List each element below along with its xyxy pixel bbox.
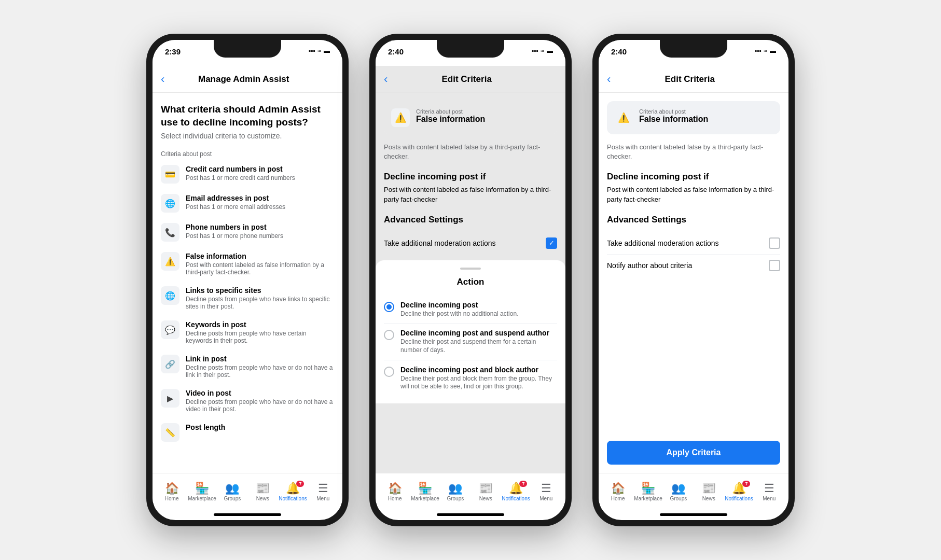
tab-marketplace-1[interactable]: 🏪 Marketplace [188, 483, 215, 501]
list-item[interactable]: ▶ Video in post Decline posts from peopl… [153, 384, 342, 418]
screen-content-1: What criteria should Admin Assist use to… [153, 93, 342, 473]
setting-row-notify[interactable]: Notify author about criteria [607, 255, 780, 276]
marketplace-icon: 🏪 [195, 483, 209, 494]
criteria-title: Keywords in post [186, 320, 334, 329]
criteria-desc: Decline posts from people who have certa… [186, 330, 334, 344]
tab-news-3[interactable]: 📰 News [695, 483, 722, 501]
video-icon: ▶ [161, 389, 179, 408]
list-item[interactable]: 💳 Credit card numbers in post Post has 1… [153, 160, 342, 189]
criteria-description-2: Posts with content labeled false by a th… [376, 143, 565, 167]
list-item[interactable]: 🔗 Link in post Decline posts from people… [153, 349, 342, 384]
criteria-desc: Post has 1 or more phone numbers [186, 232, 283, 240]
wifi-icon: ≈ [764, 47, 767, 54]
radio-desc: Decline their post and block them from t… [400, 375, 557, 391]
list-item[interactable]: ⚠️ False information Post with content l… [153, 247, 342, 281]
tab-label: Marketplace [634, 496, 662, 501]
criteria-desc: Decline posts from people who have or do… [186, 364, 334, 379]
tab-marketplace-2[interactable]: 🏪 Marketplace [411, 483, 438, 501]
apply-criteria-button[interactable]: Apply Criteria [607, 441, 780, 465]
nav-bar-3: ‹ Edit Criteria [599, 66, 788, 93]
false-info-card-3: ⚠️ Criteria about post False information [607, 101, 780, 134]
radio-decline-suspend[interactable]: Decline incoming post and suspend author… [384, 324, 557, 360]
criteria-title: Links to specific sites [186, 286, 334, 295]
marketplace-icon: 🏪 [418, 483, 432, 494]
screen1-subtitle: Select individual criteria to customize. [161, 132, 334, 140]
wifi-icon: ≈ [541, 47, 544, 54]
tab-menu-2[interactable]: ☰ Menu [533, 483, 560, 501]
tab-groups-2[interactable]: 👥 Groups [442, 483, 469, 501]
tab-news-2[interactable]: 📰 News [472, 483, 499, 501]
advanced-heading-2: Advanced Settings [376, 211, 565, 228]
advanced-settings-2: Take additional moderation actions ✓ [376, 228, 565, 258]
action-sheet-2: Action Decline incoming post Decline the… [376, 260, 565, 403]
tab-notifications-2[interactable]: 🔔 7 Notifications [502, 483, 529, 501]
tab-home-3[interactable]: 🏠 Home [604, 483, 631, 501]
home-icon: 🏠 [388, 483, 402, 494]
tab-menu-3[interactable]: ☰ Menu [756, 483, 783, 501]
criteria-desc: Post has 1 or more email addresses [186, 203, 285, 211]
tab-menu-1[interactable]: ☰ Menu [310, 483, 337, 501]
tab-label: Home [388, 496, 402, 501]
criteria-desc: Post with content labeled as false infor… [186, 261, 334, 276]
advanced-heading-3: Advanced Settings [599, 211, 788, 228]
criteria-title: Credit card numbers in post [186, 165, 295, 173]
status-icons-2: ▪▪▪ ≈ ▬ [532, 47, 553, 54]
setting-row-moderation[interactable]: Take additional moderation actions [607, 232, 780, 255]
signal-icon: ▪▪▪ [532, 47, 538, 54]
notification-badge-3: 7 [742, 481, 750, 487]
radio-selected[interactable] [384, 302, 394, 312]
radio-unselected[interactable] [384, 367, 394, 377]
link-site-icon: 🌐 [161, 286, 179, 305]
status-bar-2: 2:40 ▪▪▪ ≈ ▬ [376, 40, 565, 66]
list-item[interactable]: 📏 Post length [153, 418, 342, 447]
tab-label: Notifications [502, 496, 530, 501]
tab-notifications-3[interactable]: 🔔 7 Notifications [725, 483, 752, 501]
length-icon: 📏 [161, 423, 179, 442]
signal-icon: ▪▪▪ [309, 47, 315, 54]
time-2: 2:40 [388, 47, 404, 56]
back-button-3[interactable]: ‹ [607, 73, 611, 86]
criteria-description-3: Posts with content labeled false by a th… [599, 143, 788, 167]
tab-notifications-1[interactable]: 🔔 7 Notifications [279, 483, 306, 501]
radio-decline[interactable]: Decline incoming post Decline their post… [384, 296, 557, 324]
list-item[interactable]: 🌐 Links to specific sites Decline posts … [153, 281, 342, 315]
back-button-2[interactable]: ‹ [384, 73, 388, 86]
signal-icon: ▪▪▪ [755, 47, 762, 54]
sheet-handle [460, 268, 481, 270]
tab-groups-1[interactable]: 👥 Groups [219, 483, 246, 501]
notification-badge-1: 7 [296, 481, 304, 487]
radio-desc: Decline their post with no additional ac… [400, 310, 518, 318]
time-1: 2:39 [165, 47, 181, 56]
tab-news-1[interactable]: 📰 News [249, 483, 276, 501]
tab-label: News [256, 496, 269, 501]
list-item[interactable]: 📞 Phone numbers in post Post has 1 or mo… [153, 218, 342, 247]
groups-icon: 👥 [448, 483, 462, 494]
radio-decline-block[interactable]: Decline incoming post and block author D… [384, 360, 557, 396]
card-title: False information [416, 115, 485, 124]
nav-bar-2: ‹ Edit Criteria [376, 66, 565, 93]
action-sheet-title: Action [384, 277, 557, 287]
tab-label: Home [165, 496, 179, 501]
tab-groups-3[interactable]: 👥 Groups [665, 483, 692, 501]
radio-unselected[interactable] [384, 330, 394, 340]
notification-badge-2: 7 [519, 481, 527, 487]
criteria-desc: Decline posts from people who have links… [186, 296, 334, 310]
tab-label: Groups [224, 496, 241, 501]
home-icon: 🏠 [611, 483, 625, 494]
tab-home-2[interactable]: 🏠 Home [381, 483, 408, 501]
tab-home-1[interactable]: 🏠 Home [158, 483, 185, 501]
tab-label: Marketplace [411, 496, 439, 501]
checkbox-unchecked-notify[interactable] [769, 260, 780, 271]
back-button-1[interactable]: ‹ [161, 73, 164, 86]
list-item[interactable]: 🌐 Email addresses in post Post has 1 or … [153, 189, 342, 218]
phone-3: 2:40 ▪▪▪ ≈ ▬ ‹ Edit Criteria ⚠️ Criteria… [592, 34, 795, 526]
checkbox-checked[interactable]: ✓ [546, 237, 557, 249]
checkbox-unchecked-moderation[interactable] [769, 237, 780, 249]
list-item[interactable]: 💬 Keywords in post Decline posts from pe… [153, 315, 342, 349]
decline-body-2: Post with content labeled as false infor… [376, 185, 565, 210]
marketplace-icon: 🏪 [641, 483, 655, 494]
setting-row-additional[interactable]: Take additional moderation actions ✓ [384, 232, 557, 254]
tab-marketplace-3[interactable]: 🏪 Marketplace [634, 483, 661, 501]
decline-body-3: Post with content labeled as false infor… [599, 185, 788, 210]
criteria-desc: Decline posts from people who have or do… [186, 398, 334, 413]
